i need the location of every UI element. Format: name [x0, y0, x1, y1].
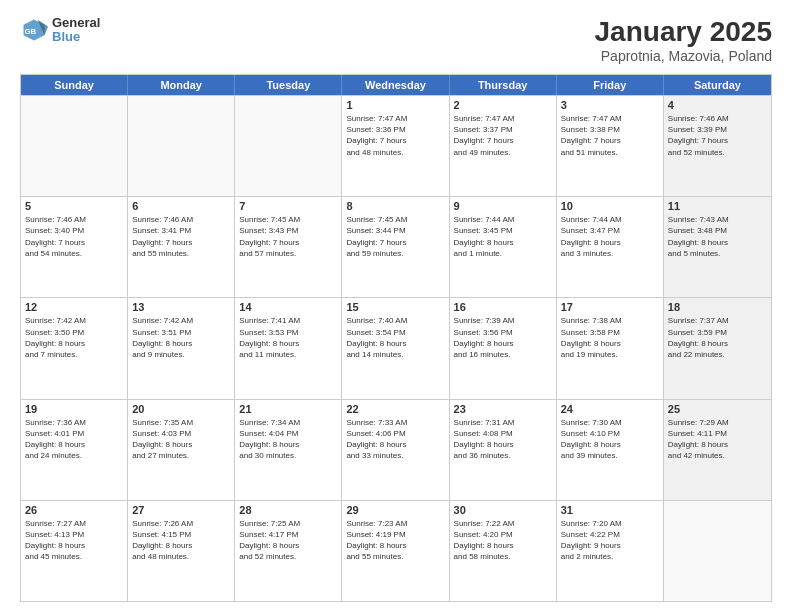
cal-cell: 2Sunrise: 7:47 AM Sunset: 3:37 PM Daylig… — [450, 96, 557, 196]
day-info: Sunrise: 7:20 AM Sunset: 4:22 PM Dayligh… — [561, 518, 659, 563]
cal-cell: 30Sunrise: 7:22 AM Sunset: 4:20 PM Dayli… — [450, 501, 557, 601]
header-day-friday: Friday — [557, 75, 664, 95]
cal-cell: 31Sunrise: 7:20 AM Sunset: 4:22 PM Dayli… — [557, 501, 664, 601]
logo-line2: Blue — [52, 30, 100, 44]
day-number: 26 — [25, 504, 123, 516]
day-number: 1 — [346, 99, 444, 111]
day-info: Sunrise: 7:47 AM Sunset: 3:36 PM Dayligh… — [346, 113, 444, 158]
cal-cell: 8Sunrise: 7:45 AM Sunset: 3:44 PM Daylig… — [342, 197, 449, 297]
day-number: 2 — [454, 99, 552, 111]
day-info: Sunrise: 7:40 AM Sunset: 3:54 PM Dayligh… — [346, 315, 444, 360]
day-info: Sunrise: 7:34 AM Sunset: 4:04 PM Dayligh… — [239, 417, 337, 462]
cal-cell: 23Sunrise: 7:31 AM Sunset: 4:08 PM Dayli… — [450, 400, 557, 500]
header-day-saturday: Saturday — [664, 75, 771, 95]
day-number: 30 — [454, 504, 552, 516]
day-info: Sunrise: 7:37 AM Sunset: 3:59 PM Dayligh… — [668, 315, 767, 360]
page-title: January 2025 — [595, 16, 772, 48]
day-number: 3 — [561, 99, 659, 111]
cal-cell: 13Sunrise: 7:42 AM Sunset: 3:51 PM Dayli… — [128, 298, 235, 398]
day-info: Sunrise: 7:44 AM Sunset: 3:45 PM Dayligh… — [454, 214, 552, 259]
day-info: Sunrise: 7:25 AM Sunset: 4:17 PM Dayligh… — [239, 518, 337, 563]
cal-cell — [128, 96, 235, 196]
cal-cell: 1Sunrise: 7:47 AM Sunset: 3:36 PM Daylig… — [342, 96, 449, 196]
cal-cell: 5Sunrise: 7:46 AM Sunset: 3:40 PM Daylig… — [21, 197, 128, 297]
header-day-thursday: Thursday — [450, 75, 557, 95]
day-info: Sunrise: 7:46 AM Sunset: 3:39 PM Dayligh… — [668, 113, 767, 158]
day-number: 10 — [561, 200, 659, 212]
cal-cell: 28Sunrise: 7:25 AM Sunset: 4:17 PM Dayli… — [235, 501, 342, 601]
day-number: 22 — [346, 403, 444, 415]
day-info: Sunrise: 7:22 AM Sunset: 4:20 PM Dayligh… — [454, 518, 552, 563]
svg-text:GB: GB — [24, 27, 36, 36]
day-info: Sunrise: 7:43 AM Sunset: 3:48 PM Dayligh… — [668, 214, 767, 259]
calendar-header: SundayMondayTuesdayWednesdayThursdayFrid… — [21, 75, 771, 95]
cal-cell: 7Sunrise: 7:45 AM Sunset: 3:43 PM Daylig… — [235, 197, 342, 297]
cal-cell: 19Sunrise: 7:36 AM Sunset: 4:01 PM Dayli… — [21, 400, 128, 500]
cal-cell: 17Sunrise: 7:38 AM Sunset: 3:58 PM Dayli… — [557, 298, 664, 398]
day-number: 27 — [132, 504, 230, 516]
cal-cell: 4Sunrise: 7:46 AM Sunset: 3:39 PM Daylig… — [664, 96, 771, 196]
page: GB General Blue January 2025 Paprotnia, … — [0, 0, 792, 612]
day-number: 19 — [25, 403, 123, 415]
day-number: 17 — [561, 301, 659, 313]
header-day-tuesday: Tuesday — [235, 75, 342, 95]
cal-cell — [664, 501, 771, 601]
cal-cell: 12Sunrise: 7:42 AM Sunset: 3:50 PM Dayli… — [21, 298, 128, 398]
header-day-wednesday: Wednesday — [342, 75, 449, 95]
day-info: Sunrise: 7:47 AM Sunset: 3:37 PM Dayligh… — [454, 113, 552, 158]
day-number: 8 — [346, 200, 444, 212]
day-number: 6 — [132, 200, 230, 212]
day-info: Sunrise: 7:42 AM Sunset: 3:50 PM Dayligh… — [25, 315, 123, 360]
header: GB General Blue January 2025 Paprotnia, … — [20, 16, 772, 64]
cal-cell — [235, 96, 342, 196]
day-info: Sunrise: 7:44 AM Sunset: 3:47 PM Dayligh… — [561, 214, 659, 259]
logo-icon: GB — [20, 16, 48, 44]
cal-cell: 26Sunrise: 7:27 AM Sunset: 4:13 PM Dayli… — [21, 501, 128, 601]
day-info: Sunrise: 7:42 AM Sunset: 3:51 PM Dayligh… — [132, 315, 230, 360]
day-info: Sunrise: 7:45 AM Sunset: 3:43 PM Dayligh… — [239, 214, 337, 259]
calendar-body: 1Sunrise: 7:47 AM Sunset: 3:36 PM Daylig… — [21, 95, 771, 601]
calendar: SundayMondayTuesdayWednesdayThursdayFrid… — [20, 74, 772, 602]
cal-cell: 14Sunrise: 7:41 AM Sunset: 3:53 PM Dayli… — [235, 298, 342, 398]
cal-cell: 27Sunrise: 7:26 AM Sunset: 4:15 PM Dayli… — [128, 501, 235, 601]
day-number: 28 — [239, 504, 337, 516]
header-day-sunday: Sunday — [21, 75, 128, 95]
cal-cell: 15Sunrise: 7:40 AM Sunset: 3:54 PM Dayli… — [342, 298, 449, 398]
day-info: Sunrise: 7:38 AM Sunset: 3:58 PM Dayligh… — [561, 315, 659, 360]
logo: GB General Blue — [20, 16, 100, 45]
week-row-2: 12Sunrise: 7:42 AM Sunset: 3:50 PM Dayli… — [21, 297, 771, 398]
cal-cell: 16Sunrise: 7:39 AM Sunset: 3:56 PM Dayli… — [450, 298, 557, 398]
cal-cell: 10Sunrise: 7:44 AM Sunset: 3:47 PM Dayli… — [557, 197, 664, 297]
week-row-0: 1Sunrise: 7:47 AM Sunset: 3:36 PM Daylig… — [21, 95, 771, 196]
day-number: 20 — [132, 403, 230, 415]
day-number: 25 — [668, 403, 767, 415]
logo-text: General Blue — [52, 16, 100, 45]
day-number: 15 — [346, 301, 444, 313]
day-info: Sunrise: 7:45 AM Sunset: 3:44 PM Dayligh… — [346, 214, 444, 259]
day-info: Sunrise: 7:30 AM Sunset: 4:10 PM Dayligh… — [561, 417, 659, 462]
cal-cell: 24Sunrise: 7:30 AM Sunset: 4:10 PM Dayli… — [557, 400, 664, 500]
week-row-3: 19Sunrise: 7:36 AM Sunset: 4:01 PM Dayli… — [21, 399, 771, 500]
day-info: Sunrise: 7:31 AM Sunset: 4:08 PM Dayligh… — [454, 417, 552, 462]
day-number: 9 — [454, 200, 552, 212]
day-info: Sunrise: 7:36 AM Sunset: 4:01 PM Dayligh… — [25, 417, 123, 462]
week-row-4: 26Sunrise: 7:27 AM Sunset: 4:13 PM Dayli… — [21, 500, 771, 601]
header-day-monday: Monday — [128, 75, 235, 95]
title-block: January 2025 Paprotnia, Mazovia, Poland — [595, 16, 772, 64]
cal-cell — [21, 96, 128, 196]
day-info: Sunrise: 7:46 AM Sunset: 3:40 PM Dayligh… — [25, 214, 123, 259]
day-number: 11 — [668, 200, 767, 212]
day-info: Sunrise: 7:26 AM Sunset: 4:15 PM Dayligh… — [132, 518, 230, 563]
cal-cell: 20Sunrise: 7:35 AM Sunset: 4:03 PM Dayli… — [128, 400, 235, 500]
cal-cell: 6Sunrise: 7:46 AM Sunset: 3:41 PM Daylig… — [128, 197, 235, 297]
day-info: Sunrise: 7:27 AM Sunset: 4:13 PM Dayligh… — [25, 518, 123, 563]
day-number: 23 — [454, 403, 552, 415]
day-info: Sunrise: 7:47 AM Sunset: 3:38 PM Dayligh… — [561, 113, 659, 158]
day-info: Sunrise: 7:23 AM Sunset: 4:19 PM Dayligh… — [346, 518, 444, 563]
day-info: Sunrise: 7:39 AM Sunset: 3:56 PM Dayligh… — [454, 315, 552, 360]
day-info: Sunrise: 7:35 AM Sunset: 4:03 PM Dayligh… — [132, 417, 230, 462]
cal-cell: 18Sunrise: 7:37 AM Sunset: 3:59 PM Dayli… — [664, 298, 771, 398]
day-number: 24 — [561, 403, 659, 415]
day-number: 16 — [454, 301, 552, 313]
cal-cell: 11Sunrise: 7:43 AM Sunset: 3:48 PM Dayli… — [664, 197, 771, 297]
